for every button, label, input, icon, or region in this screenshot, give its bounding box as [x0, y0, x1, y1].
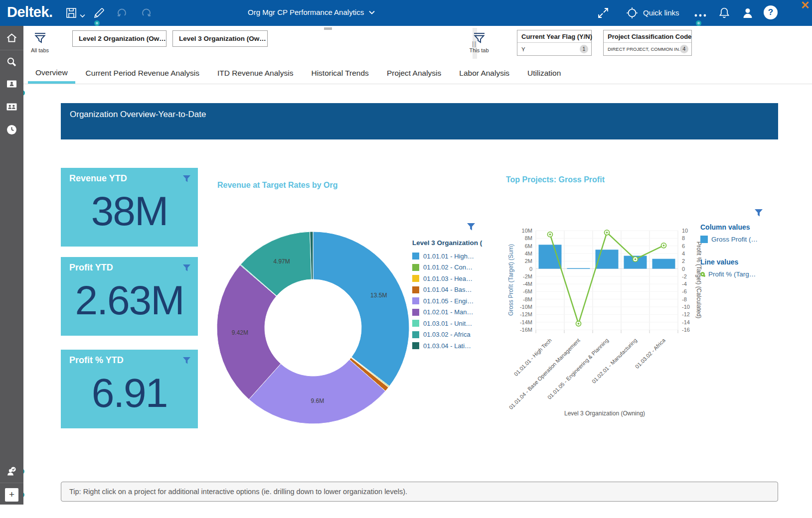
filter-card-classification[interactable]: Project Classification Code DIRECT PROJE… [603, 30, 692, 56]
kpi-filter-funnel-icon[interactable] [182, 357, 191, 365]
combo-legend-line-header: Line values [700, 258, 758, 266]
donut-legend-item[interactable]: 01.03.01 - Unit… [412, 318, 482, 329]
right-axis-tick: -8 [682, 296, 687, 302]
gross-profit-bar[interactable] [652, 259, 675, 269]
kpi-filter-funnel-icon[interactable] [182, 175, 191, 183]
donut-chart[interactable]: 13.5M9.6M9.42M4.97M [213, 228, 413, 427]
tab-historical-trends[interactable]: Historical Trends [311, 69, 368, 84]
close-icon[interactable]: ✕ [801, 0, 810, 12]
kpi-card-profit-pct-ytd[interactable]: Profit % YTD 6.91 [61, 350, 198, 428]
team-folder-icon[interactable] [5, 101, 18, 113]
kpi-filter-funnel-icon[interactable] [182, 264, 191, 272]
quick-links-button[interactable]: Quick links [643, 8, 679, 17]
right-axis-tick: -16 [682, 327, 690, 333]
right-axis-tick: 6 [682, 243, 685, 249]
workbook-title-text: Org Mgr CP Performance Analytics [248, 8, 364, 16]
donut-legend-item[interactable]: 01.01.03 - Hea… [412, 273, 482, 284]
ellipsis-icon[interactable] [694, 9, 707, 22]
sidebar-divider [0, 483, 23, 483]
gross-profit-bar[interactable] [567, 268, 590, 269]
tab-project-analysis[interactable]: Project Analysis [387, 69, 441, 84]
left-axis-tick: 0 [529, 266, 532, 272]
legend-label: 01.03.04 - Lati… [423, 342, 471, 350]
legend-label: 01.01.02 - Con… [423, 263, 473, 271]
left-axis-tick: -2M [523, 273, 532, 279]
plus-icon[interactable]: + [5, 488, 18, 502]
kpi-card-revenue-ytd[interactable]: Revenue YTD 38M [61, 168, 198, 247]
user-folder-icon[interactable] [5, 78, 18, 90]
legend-label: 01.01.03 - Hea… [423, 275, 473, 282]
legend-label: 01.01.04 - Bas… [423, 286, 472, 293]
kpi-value: 6.91 [61, 373, 198, 413]
combo-legend-line-item[interactable]: Profit % (Targ… [700, 270, 758, 278]
tab-utilization[interactable]: Utilization [527, 69, 561, 84]
tab-itd-revenue-analysis[interactable]: ITD Revenue Analysis [217, 69, 294, 84]
user-icon[interactable] [741, 6, 754, 19]
legend-swatch [412, 253, 419, 259]
workbook-title[interactable]: Org Mgr CP Performance Analytics [248, 8, 375, 16]
expand-icon[interactable] [597, 6, 610, 19]
combo-legend-column-item[interactable]: Gross Profit (… [700, 236, 758, 243]
all-tabs-label: All tabs [29, 47, 51, 53]
combo-legend: Column values Gross Profit (… Line value… [700, 223, 758, 278]
donut-slice[interactable] [313, 232, 409, 386]
right-axis-tick: 0 [682, 266, 685, 272]
donut-legend-item[interactable]: 01.03.02 - Africa [412, 329, 482, 341]
tab-overview[interactable]: Overview [28, 68, 75, 84]
clock-icon[interactable] [5, 124, 18, 136]
kpi-card-profit-ytd[interactable]: Profit YTD 2.63M [61, 257, 198, 336]
donut-legend: Level 3 Organization ( 01.01.01 - High…0… [412, 239, 482, 352]
donut-legend-item[interactable]: 01.01.02 - Con… [412, 262, 482, 273]
donut-filter-funnel-icon[interactable] [467, 223, 476, 231]
legend-label: 01.01.05 - Engi… [423, 297, 474, 305]
combo-filter-funnel-icon[interactable] [754, 209, 763, 217]
save-chevron-icon[interactable] [80, 11, 85, 20]
left-axis-tick: -8M [523, 296, 532, 302]
filterbar-scroll-thumb[interactable] [324, 27, 332, 30]
donut-data-label: 13.5M [370, 292, 387, 299]
right-axis-tick: 10 [682, 228, 688, 234]
right-axis-tick: 4 [682, 251, 685, 257]
left-sidebar: + [0, 26, 23, 505]
right-axis-tick: -14 [682, 319, 690, 325]
this-tab-filter[interactable]: This tab [468, 32, 490, 53]
save-icon[interactable] [65, 6, 78, 19]
donut-legend-item[interactable]: 01.02.01 - Man… [412, 307, 482, 318]
donut-legend-item[interactable]: 01.01.04 - Bas… [412, 284, 482, 296]
help-icon[interactable]: ? [764, 5, 778, 19]
redo-icon[interactable] [139, 6, 152, 19]
combo-chart[interactable]: 10M108M86M64M42M200-2M-2-4M-4-6M-6-8M-8-… [506, 219, 705, 428]
tab-current-period-revenue-analysis[interactable]: Current Period Revenue Analysis [86, 69, 199, 84]
bell-icon[interactable] [718, 6, 731, 19]
filter-card-current-year[interactable]: Current Year Flag (Y/N) Y 1 [517, 30, 592, 56]
level2-org-filter-button[interactable]: Level 2 Organization (Ow… [72, 30, 166, 47]
home-icon[interactable] [5, 32, 18, 44]
donut-legend-item[interactable]: 01.03.04 - Lati… [412, 340, 482, 352]
donut-legend-item[interactable]: 01.01.05 - Engi… [412, 295, 482, 307]
legend-label: 01.02.01 - Man… [423, 308, 473, 316]
left-axis-tick: -6M [523, 288, 532, 294]
combo-legend-column-header: Column values [700, 223, 758, 231]
right-axis-tick: -2 [682, 273, 687, 279]
search-icon[interactable] [5, 56, 18, 68]
tip-box: Tip: Right click on a project for additi… [61, 482, 778, 502]
level3-org-filter-button[interactable]: Level 3 Organization (Ow… [172, 30, 268, 47]
dashboard-tabs: OverviewCurrent Period Revenue AnalysisI… [23, 63, 812, 84]
combo-x-axis-title: Level 3 Organization (Owning) [564, 410, 645, 417]
tab-labor-analysis[interactable]: Labor Analysis [459, 69, 509, 84]
section-banner: Organization Overview-Year-to-Date [61, 103, 778, 139]
legend-swatch [412, 297, 419, 304]
top-bar: Deltek. Org Mgr CP Performance Analytics [0, 0, 812, 26]
undo-icon[interactable] [116, 6, 129, 19]
donut-legend-item[interactable]: 01.01.01 - High… [412, 251, 482, 262]
filter-count-badge: 1 [580, 45, 588, 53]
filter-funnel-icon [33, 32, 47, 44]
kpi-title: Profit YTD [61, 257, 198, 273]
user-check-icon[interactable] [5, 465, 18, 478]
legend-label: 01.03.02 - Africa [423, 331, 471, 338]
crosshair-icon[interactable] [626, 6, 639, 19]
gross-profit-bar[interactable] [539, 245, 562, 268]
pencil-icon[interactable] [93, 6, 106, 19]
legend-swatch [412, 320, 419, 327]
all-tabs-filter[interactable]: All tabs [29, 32, 51, 53]
